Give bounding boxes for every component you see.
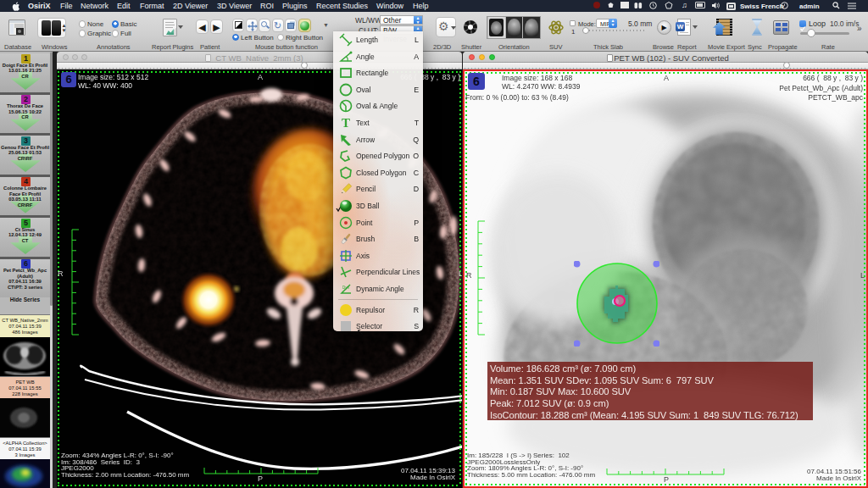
- svg-text:Dyn: Dyn: [342, 286, 349, 290]
- svg-text:T: T: [342, 116, 350, 130]
